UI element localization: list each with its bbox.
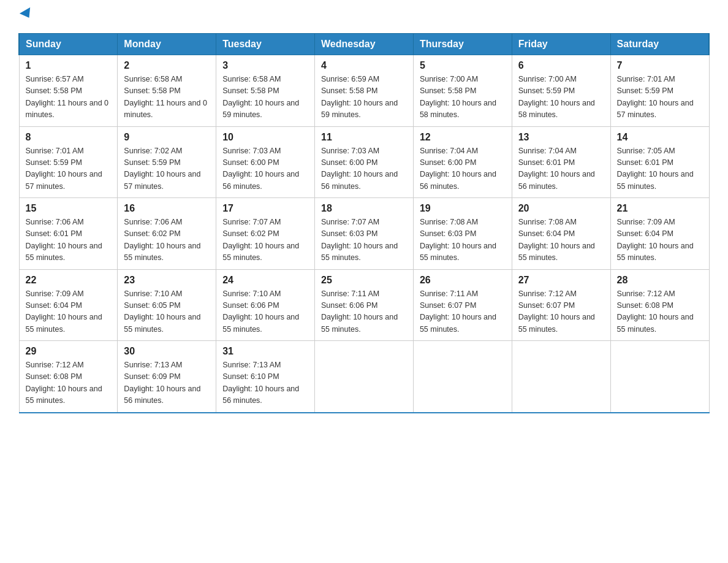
day-info: Sunrise: 7:04 AMSunset: 6:01 PMDaylight:…: [518, 147, 595, 191]
day-info: Sunrise: 7:12 AMSunset: 6:07 PMDaylight:…: [518, 289, 595, 334]
day-info: Sunrise: 6:57 AMSunset: 5:58 PMDaylight:…: [26, 75, 109, 119]
calendar-cell: 23 Sunrise: 7:10 AMSunset: 6:05 PMDaylig…: [118, 269, 216, 341]
day-info: Sunrise: 7:00 AMSunset: 5:58 PMDaylight:…: [420, 75, 496, 119]
calendar-cell: 5 Sunrise: 7:00 AMSunset: 5:58 PMDayligh…: [413, 55, 512, 127]
day-number: 31: [222, 346, 308, 357]
day-number: 22: [26, 275, 112, 286]
day-info: Sunrise: 7:03 AMSunset: 6:00 PMDaylight:…: [222, 147, 299, 191]
calendar-cell: [610, 341, 709, 413]
calendar-cell: 13 Sunrise: 7:04 AMSunset: 6:01 PMDaylig…: [512, 126, 610, 198]
calendar-cell: 7 Sunrise: 7:01 AMSunset: 5:59 PMDayligh…: [610, 55, 709, 127]
calendar-cell: 26 Sunrise: 7:11 AMSunset: 6:07 PMDaylig…: [413, 269, 512, 341]
column-header-wednesday: Wednesday: [315, 34, 414, 55]
day-info: Sunrise: 7:12 AMSunset: 6:08 PMDaylight:…: [26, 361, 102, 405]
day-info: Sunrise: 7:03 AMSunset: 6:00 PMDaylight:…: [321, 147, 398, 191]
column-header-tuesday: Tuesday: [216, 34, 315, 55]
day-number: 7: [617, 60, 703, 71]
day-number: 15: [26, 203, 112, 214]
day-number: 25: [321, 275, 407, 286]
calendar-table: SundayMondayTuesdayWednesdayThursdayFrid…: [18, 33, 710, 413]
day-number: 18: [321, 203, 407, 214]
day-info: Sunrise: 7:13 AMSunset: 6:10 PMDaylight:…: [222, 361, 299, 405]
column-header-friday: Friday: [512, 34, 610, 55]
day-info: Sunrise: 7:01 AMSunset: 5:59 PMDaylight:…: [26, 147, 102, 191]
calendar-cell: 2 Sunrise: 6:58 AMSunset: 5:58 PMDayligh…: [118, 55, 216, 127]
calendar-cell: 17 Sunrise: 7:07 AMSunset: 6:02 PMDaylig…: [216, 198, 315, 270]
calendar-cell: 28 Sunrise: 7:12 AMSunset: 6:08 PMDaylig…: [610, 269, 709, 341]
calendar-cell: 11 Sunrise: 7:03 AMSunset: 6:00 PMDaylig…: [315, 126, 414, 198]
calendar-cell: [413, 341, 512, 413]
day-info: Sunrise: 7:08 AMSunset: 6:04 PMDaylight:…: [518, 218, 595, 262]
calendar-cell: 3 Sunrise: 6:58 AMSunset: 5:58 PMDayligh…: [216, 55, 315, 127]
day-info: Sunrise: 7:07 AMSunset: 6:02 PMDaylight:…: [222, 218, 299, 262]
day-number: 13: [518, 132, 604, 143]
column-header-saturday: Saturday: [610, 34, 709, 55]
day-number: 21: [617, 203, 703, 214]
calendar-cell: 16 Sunrise: 7:06 AMSunset: 6:02 PMDaylig…: [118, 198, 216, 270]
day-info: Sunrise: 7:02 AMSunset: 5:59 PMDaylight:…: [124, 147, 200, 191]
calendar-cell: 1 Sunrise: 6:57 AMSunset: 5:58 PMDayligh…: [19, 55, 118, 127]
calendar-cell: 25 Sunrise: 7:11 AMSunset: 6:06 PMDaylig…: [315, 269, 414, 341]
calendar-cell: 12 Sunrise: 7:04 AMSunset: 6:00 PMDaylig…: [413, 126, 512, 198]
day-number: 6: [518, 60, 604, 71]
page-header: [18, 12, 710, 21]
calendar-header: SundayMondayTuesdayWednesdayThursdayFrid…: [19, 34, 709, 55]
calendar-body: 1 Sunrise: 6:57 AMSunset: 5:58 PMDayligh…: [19, 55, 709, 413]
day-number: 4: [321, 60, 407, 71]
day-info: Sunrise: 7:09 AMSunset: 6:04 PMDaylight:…: [617, 218, 694, 262]
day-number: 5: [420, 60, 506, 71]
calendar-cell: 20 Sunrise: 7:08 AMSunset: 6:04 PMDaylig…: [512, 198, 610, 270]
calendar-week-1: 1 Sunrise: 6:57 AMSunset: 5:58 PMDayligh…: [19, 55, 709, 127]
day-info: Sunrise: 7:04 AMSunset: 6:00 PMDaylight:…: [420, 147, 496, 191]
day-number: 20: [518, 203, 604, 214]
day-number: 17: [222, 203, 308, 214]
calendar-week-4: 22 Sunrise: 7:09 AMSunset: 6:04 PMDaylig…: [19, 269, 709, 341]
calendar-cell: [315, 341, 414, 413]
day-number: 16: [124, 203, 210, 214]
day-info: Sunrise: 7:05 AMSunset: 6:01 PMDaylight:…: [617, 147, 694, 191]
calendar-cell: 22 Sunrise: 7:09 AMSunset: 6:04 PMDaylig…: [19, 269, 118, 341]
calendar-cell: 15 Sunrise: 7:06 AMSunset: 6:01 PMDaylig…: [19, 198, 118, 270]
calendar-cell: 29 Sunrise: 7:12 AMSunset: 6:08 PMDaylig…: [19, 341, 118, 413]
day-number: 2: [124, 60, 210, 71]
day-number: 12: [420, 132, 506, 143]
day-info: Sunrise: 7:07 AMSunset: 6:03 PMDaylight:…: [321, 218, 398, 262]
calendar-cell: 31 Sunrise: 7:13 AMSunset: 6:10 PMDaylig…: [216, 341, 315, 413]
column-header-sunday: Sunday: [19, 34, 118, 55]
day-info: Sunrise: 7:10 AMSunset: 6:06 PMDaylight:…: [222, 289, 299, 334]
day-info: Sunrise: 7:01 AMSunset: 5:59 PMDaylight:…: [617, 75, 694, 119]
day-info: Sunrise: 7:09 AMSunset: 6:04 PMDaylight:…: [26, 289, 102, 334]
calendar-cell: 30 Sunrise: 7:13 AMSunset: 6:09 PMDaylig…: [118, 341, 216, 413]
calendar-cell: 24 Sunrise: 7:10 AMSunset: 6:06 PMDaylig…: [216, 269, 315, 341]
day-info: Sunrise: 7:13 AMSunset: 6:09 PMDaylight:…: [124, 361, 200, 405]
day-number: 30: [124, 346, 210, 357]
day-number: 29: [26, 346, 112, 357]
day-number: 26: [420, 275, 506, 286]
logo-triangle-icon: [20, 7, 34, 21]
day-info: Sunrise: 7:00 AMSunset: 5:59 PMDaylight:…: [518, 75, 595, 119]
day-number: 28: [617, 275, 703, 286]
calendar-cell: 6 Sunrise: 7:00 AMSunset: 5:59 PMDayligh…: [512, 55, 610, 127]
day-number: 10: [222, 132, 308, 143]
day-number: 14: [617, 132, 703, 143]
day-number: 23: [124, 275, 210, 286]
day-number: 19: [420, 203, 506, 214]
day-number: 27: [518, 275, 604, 286]
day-number: 9: [124, 132, 210, 143]
day-info: Sunrise: 7:10 AMSunset: 6:05 PMDaylight:…: [124, 289, 200, 334]
calendar-week-3: 15 Sunrise: 7:06 AMSunset: 6:01 PMDaylig…: [19, 198, 709, 270]
day-number: 8: [26, 132, 112, 143]
day-info: Sunrise: 6:59 AMSunset: 5:58 PMDaylight:…: [321, 75, 398, 119]
day-info: Sunrise: 7:11 AMSunset: 6:06 PMDaylight:…: [321, 289, 398, 334]
calendar-week-2: 8 Sunrise: 7:01 AMSunset: 5:59 PMDayligh…: [19, 126, 709, 198]
calendar-cell: 19 Sunrise: 7:08 AMSunset: 6:03 PMDaylig…: [413, 198, 512, 270]
day-info: Sunrise: 7:12 AMSunset: 6:08 PMDaylight:…: [617, 289, 694, 334]
day-info: Sunrise: 7:08 AMSunset: 6:03 PMDaylight:…: [420, 218, 496, 262]
day-info: Sunrise: 7:06 AMSunset: 6:02 PMDaylight:…: [124, 218, 200, 262]
day-number: 3: [222, 60, 308, 71]
column-header-thursday: Thursday: [413, 34, 512, 55]
calendar-cell: 9 Sunrise: 7:02 AMSunset: 5:59 PMDayligh…: [118, 126, 216, 198]
day-info: Sunrise: 7:11 AMSunset: 6:07 PMDaylight:…: [420, 289, 496, 334]
calendar-cell: 10 Sunrise: 7:03 AMSunset: 6:00 PMDaylig…: [216, 126, 315, 198]
logo: [18, 12, 33, 21]
